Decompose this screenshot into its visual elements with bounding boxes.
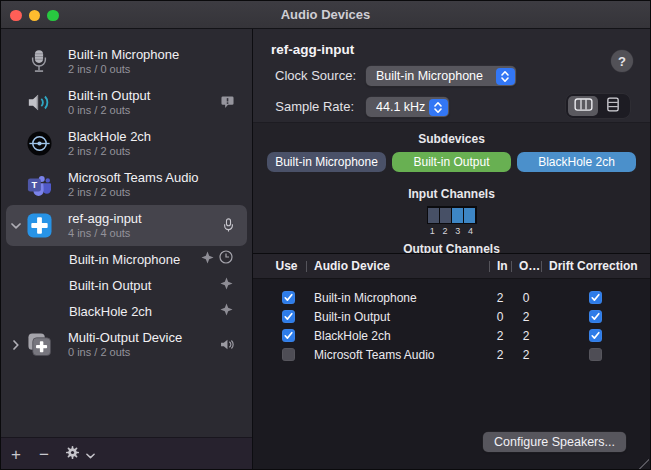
activity-icon	[201, 250, 214, 268]
row-device-name: BlackHole 2ch	[306, 329, 489, 343]
row-in-count: 2	[489, 291, 511, 305]
row-out-count: 0	[511, 291, 541, 305]
drift-correction-checkbox[interactable]	[589, 310, 602, 323]
columns-view-icon	[574, 97, 593, 115]
device-name: ref-agg-input	[68, 211, 223, 226]
use-checkbox[interactable]	[282, 329, 295, 342]
row-device-name: Built-in Microphone	[306, 291, 489, 305]
sidebar-item-blackhole-2ch[interactable]: BlackHole 2ch 2 ins / 2 outs	[6, 123, 247, 164]
sidebar-item-multi-output-device[interactable]: Multi-Output Device 0 ins / 2 outs	[6, 324, 247, 365]
configure-speakers-button[interactable]: Configure Speakers...	[483, 432, 626, 452]
subdevices-title: Subdevices	[418, 132, 485, 146]
device-sidebar: Built-in Microphone 2 ins / 0 outs Built…	[1, 29, 253, 470]
table-row[interactable]: BlackHole 2ch 2 2	[253, 326, 650, 345]
sample-rate-label: Sample Rate:	[253, 99, 354, 114]
remove-device-button[interactable]: −	[39, 446, 49, 463]
sample-rate-popup[interactable]: 44.1 kHz	[366, 97, 449, 117]
col-drift-correction[interactable]: Drift Correction	[541, 259, 650, 273]
device-name: BlackHole 2ch	[68, 129, 247, 144]
subdevice-pill-built-in-microphone[interactable]: Built-in Microphone	[267, 152, 386, 172]
sidebar-item-microsoft-teams-audio[interactable]: T Microsoft Teams Audio 2 ins / 2 outs	[6, 164, 247, 205]
subdevice-item-blackhole-2ch[interactable]: BlackHole 2ch	[6, 298, 247, 324]
col-use[interactable]: Use	[253, 259, 306, 273]
channel-4	[464, 208, 475, 223]
input-channel-meter	[427, 206, 477, 224]
subdevice-name: Built-in Output	[69, 278, 151, 293]
col-in[interactable]: In	[489, 259, 511, 273]
actions-menu-button[interactable]	[65, 445, 95, 464]
row-out-count: 2	[511, 348, 541, 362]
subdevice-pill-blackhole-2ch[interactable]: BlackHole 2ch	[517, 152, 636, 172]
sidebar-item-ref-agg-input[interactable]: ref-agg-input 4 ins / 4 outs	[6, 205, 247, 246]
drift-correction-checkbox[interactable]	[589, 348, 602, 361]
device-name: Multi-Output Device	[68, 330, 220, 345]
table-header: Use Audio Device In O… Drift Correction	[253, 254, 650, 279]
columns-view-button[interactable]	[568, 96, 598, 116]
row-device-name: Built-in Output	[306, 310, 489, 324]
use-checkbox[interactable]	[282, 348, 295, 361]
alert-bubble-icon	[221, 96, 234, 109]
sidebar-toolbar: + −	[1, 437, 252, 470]
col-out[interactable]: O…	[511, 259, 541, 273]
device-name: Microsoft Teams Audio	[68, 170, 247, 185]
activity-icon	[220, 302, 233, 320]
channels-section: Subdevices Built-in Microphone Built-in …	[253, 123, 650, 253]
window-title: Audio Devices	[1, 1, 650, 29]
use-checkbox[interactable]	[282, 291, 295, 304]
clock-icon	[219, 250, 233, 268]
row-in-count: 2	[489, 329, 511, 343]
chevron-down-icon[interactable]	[6, 223, 26, 229]
list-view-button[interactable]	[598, 96, 628, 116]
panel-header: ref-agg-input ? Clock Source: Built-in M…	[253, 29, 650, 123]
view-mode-segmented-control	[566, 94, 630, 118]
page-title: ref-agg-input	[271, 42, 354, 57]
svg-text:T: T	[32, 180, 38, 190]
chevron-down-icon	[86, 445, 95, 463]
clock-source-popup[interactable]: Built-in Microphone	[366, 66, 516, 86]
row-out-count: 2	[511, 329, 541, 343]
row-out-count: 2	[511, 310, 541, 324]
subdevice-table: Use Audio Device In O… Drift Correction …	[253, 253, 650, 470]
table-row[interactable]: Built-in Output 0 2	[253, 307, 650, 326]
subdevice-item-built-in-output[interactable]: Built-in Output	[6, 272, 247, 298]
row-in-count: 0	[489, 310, 511, 324]
sidebar-item-built-in-microphone[interactable]: Built-in Microphone 2 ins / 0 outs	[6, 41, 247, 82]
add-device-button[interactable]: +	[11, 446, 21, 463]
gear-icon	[65, 445, 80, 464]
blackhole-icon	[26, 131, 52, 156]
device-detail: 2 ins / 2 outs	[68, 185, 247, 199]
drift-correction-checkbox[interactable]	[589, 291, 602, 304]
input-channels-title: Input Channels	[408, 187, 495, 201]
popup-stepper-icon	[496, 68, 515, 85]
output-speaker-icon	[220, 339, 234, 350]
teams-icon: T	[26, 173, 52, 197]
device-detail: 2 ins / 2 outs	[68, 144, 247, 158]
titlebar[interactable]: Audio Devices	[1, 1, 650, 29]
multi-output-icon	[26, 332, 52, 357]
popup-stepper-icon	[429, 99, 448, 116]
channel-1	[428, 208, 439, 223]
col-audio-device[interactable]: Audio Device	[306, 259, 489, 273]
audio-devices-window: Audio Devices Built-in Microphone 2 ins …	[0, 0, 651, 470]
subdevice-item-built-in-microphone[interactable]: Built-in Microphone	[6, 246, 247, 272]
device-detail: 0 ins / 2 outs	[68, 103, 221, 117]
clock-source-label: Clock Source:	[253, 68, 356, 83]
use-checkbox[interactable]	[282, 310, 295, 323]
table-row[interactable]: Microsoft Teams Audio 2 2	[253, 345, 650, 364]
channel-numbers: 1 2 3 4	[426, 226, 477, 236]
activity-icon	[220, 276, 233, 294]
chevron-right-icon[interactable]	[6, 340, 26, 350]
input-mic-icon	[223, 218, 234, 233]
sidebar-item-built-in-output[interactable]: Built-in Output 0 ins / 2 outs	[6, 82, 247, 123]
resize-grip[interactable]	[637, 457, 649, 469]
row-device-name: Microsoft Teams Audio	[306, 348, 489, 362]
device-detail: 2 ins / 0 outs	[68, 62, 247, 76]
subdevice-pill-built-in-output[interactable]: Built-in Output	[392, 152, 511, 172]
table-row[interactable]: Built-in Microphone 2 0	[253, 288, 650, 307]
device-name: Built-in Microphone	[68, 47, 247, 62]
device-list: Built-in Microphone 2 ins / 0 outs Built…	[1, 29, 252, 437]
drift-correction-checkbox[interactable]	[589, 329, 602, 342]
speaker-icon	[26, 92, 52, 113]
subdevice-name: Built-in Microphone	[69, 252, 180, 267]
detail-panel: ref-agg-input ? Clock Source: Built-in M…	[253, 29, 650, 470]
